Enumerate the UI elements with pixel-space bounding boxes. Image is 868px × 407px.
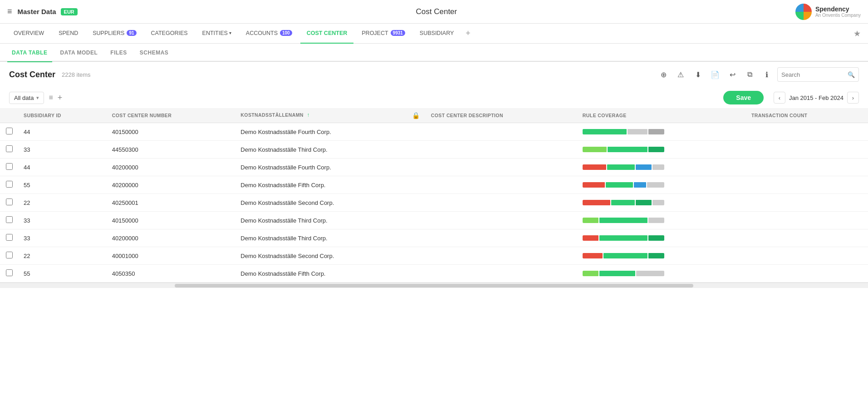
- page-title: Cost Center: [78, 7, 795, 16]
- copy-icon[interactable]: ⧉: [743, 68, 756, 81]
- nav-tabs: OVERVIEW SPEND SUPPLIERS 91 CATEGORIES E…: [0, 24, 868, 44]
- search-box[interactable]: 🔍: [777, 67, 859, 82]
- col-rule-coverage[interactable]: RULE COVERAGE: [577, 108, 746, 123]
- date-range-label: Jan 2015 - Feb 2024: [789, 94, 843, 101]
- subtab-files[interactable]: FILES: [106, 44, 132, 62]
- cell-transaction-count: [746, 176, 868, 194]
- cell-rule-coverage: [577, 212, 746, 229]
- rule-bar-segment: [603, 253, 647, 258]
- suppliers-badge: 91: [127, 30, 136, 36]
- row-checkbox-cell: [0, 159, 18, 176]
- subtab-data-table[interactable]: DATA TABLE: [7, 44, 52, 62]
- cell-subsidiary-id: 44: [18, 123, 107, 141]
- info-icon[interactable]: ℹ: [760, 68, 774, 81]
- cell-kostnadsstalle-namn: Demo Kostnadsställe Second Corp.: [235, 194, 425, 212]
- table-row: 3344550300Demo Kostnadsställe Third Corp…: [0, 141, 868, 159]
- rule-bar-segment: [583, 164, 606, 170]
- app-title: Master Data: [18, 8, 56, 15]
- tab-subsidiary[interactable]: SUBSIDIARY: [413, 24, 461, 44]
- rule-bar-segment: [634, 182, 646, 188]
- cell-rule-coverage: [577, 247, 746, 265]
- sub-tabs: DATA TABLE DATA MODEL FILES SCHEMAS: [0, 44, 868, 62]
- save-button[interactable]: Save: [723, 91, 764, 104]
- currency-badge: EUR: [61, 8, 78, 15]
- undo-icon[interactable]: ↩: [726, 68, 739, 81]
- row-checkbox[interactable]: [6, 234, 13, 241]
- download-icon[interactable]: ⬇: [691, 68, 705, 81]
- rule-bar-segment: [599, 271, 635, 276]
- row-checkbox[interactable]: [6, 163, 13, 170]
- cell-cost-center-number: 40150000: [107, 123, 235, 141]
- search-input[interactable]: [781, 71, 845, 78]
- logo-text-block: Spendency An Onventis Company: [815, 5, 861, 18]
- star-icon[interactable]: ★: [853, 29, 861, 39]
- row-checkbox[interactable]: [6, 269, 13, 276]
- row-checkbox-cell: [0, 194, 18, 212]
- cell-cost-center-number: 40001000: [107, 247, 235, 265]
- col-cost-center-description[interactable]: COST CENTER DESCRIPTION: [426, 108, 577, 123]
- sort-asc-icon: ↑: [307, 112, 309, 118]
- col-kostnadsstalle[interactable]: KOSTNADSSTÄLLENAMN ↑ 🔒: [235, 108, 425, 123]
- table-row: 4440150000Demo Kostnadsställe Fourth Cor…: [0, 123, 868, 141]
- rule-bar-segment: [652, 164, 664, 170]
- cell-cost-center-description: [426, 247, 577, 265]
- all-data-dropdown[interactable]: All data ▾: [9, 92, 44, 104]
- table-row: 2240001000Demo Kostnadsställe Second Cor…: [0, 247, 868, 265]
- rule-bar-segment: [648, 235, 664, 241]
- rule-bar-segment: [652, 200, 664, 205]
- cell-kostnadsstalle-namn: Demo Kostnadsställe Fourth Corp.: [235, 159, 425, 176]
- add-tab-button[interactable]: +: [462, 29, 474, 38]
- row-checkbox[interactable]: [6, 199, 13, 205]
- tab-cost-center[interactable]: COST CENTER: [300, 24, 354, 44]
- cell-cost-center-description: [426, 229, 577, 247]
- row-checkbox[interactable]: [6, 145, 13, 152]
- tab-project[interactable]: PROJECT 9931: [355, 24, 412, 44]
- project-badge: 9931: [391, 30, 405, 36]
- horizontal-scrollbar[interactable]: [0, 283, 868, 288]
- add-filter-button[interactable]: +: [58, 93, 63, 103]
- tab-spend[interactable]: SPEND: [52, 24, 84, 44]
- rule-coverage-bar: [583, 253, 664, 258]
- data-table: SUBSIDIARY ID COST CENTER NUMBER KOSTNAD…: [0, 108, 868, 283]
- rule-coverage-bar: [583, 200, 664, 205]
- col-transaction-count[interactable]: TRANSACTION COUNT: [746, 108, 868, 123]
- tab-suppliers[interactable]: SUPPLIERS 91: [86, 24, 142, 44]
- table-row: 4440200000Demo Kostnadsställe Fourth Cor…: [0, 159, 868, 176]
- topbar: ≡ Master Data EUR Cost Center Spendency …: [0, 0, 868, 24]
- rule-bar-segment: [648, 253, 664, 258]
- cell-kostnadsstalle-namn: Demo Kostnadsställe Third Corp.: [235, 141, 425, 159]
- cell-rule-coverage: [577, 141, 746, 159]
- cell-kostnadsstalle-namn: Demo Kostnadsställe Fourth Corp.: [235, 123, 425, 141]
- subtab-data-model[interactable]: DATA MODEL: [56, 44, 103, 62]
- rule-bar-segment: [628, 129, 647, 134]
- row-checkbox[interactable]: [6, 216, 13, 223]
- row-checkbox[interactable]: [6, 252, 13, 258]
- date-next-button[interactable]: ›: [847, 92, 859, 104]
- row-checkbox[interactable]: [6, 128, 13, 134]
- warning-icon[interactable]: ⚠: [674, 68, 687, 81]
- cell-subsidiary-id: 22: [18, 247, 107, 265]
- tab-entities[interactable]: ENTITIES ▾: [196, 24, 238, 44]
- cell-cost-center-description: [426, 212, 577, 229]
- rule-bar-segment: [583, 129, 627, 134]
- cell-subsidiary-id: 33: [18, 141, 107, 159]
- filter-icon[interactable]: ≡: [49, 94, 53, 102]
- add-icon[interactable]: ⊕: [657, 68, 670, 81]
- row-checkbox-cell: [0, 229, 18, 247]
- col-subsidiary-id[interactable]: SUBSIDIARY ID: [18, 108, 107, 123]
- rule-bar-segment: [599, 235, 647, 241]
- rule-bar-segment: [583, 235, 598, 241]
- col-cost-center-number[interactable]: COST CENTER NUMBER: [107, 108, 235, 123]
- upload-icon[interactable]: 📄: [708, 68, 722, 81]
- scrollbar-thumb[interactable]: [175, 284, 693, 288]
- tab-overview[interactable]: OVERVIEW: [7, 24, 50, 44]
- row-checkbox[interactable]: [6, 181, 13, 188]
- date-prev-button[interactable]: ‹: [774, 92, 785, 104]
- cell-subsidiary-id: 55: [18, 176, 107, 194]
- tab-accounts[interactable]: ACCOUNTS 100: [240, 24, 299, 44]
- menu-icon[interactable]: ≡: [7, 7, 12, 16]
- cell-cost-center-number: 40250001: [107, 194, 235, 212]
- subtab-schemas[interactable]: SCHEMAS: [135, 44, 173, 62]
- cell-rule-coverage: [577, 176, 746, 194]
- tab-categories[interactable]: CATEGORIES: [145, 24, 194, 44]
